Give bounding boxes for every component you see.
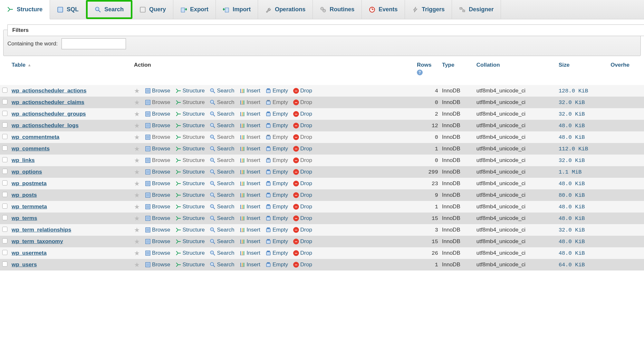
structure-action[interactable]: Structure bbox=[176, 250, 205, 256]
insert-action[interactable]: Insert bbox=[239, 122, 260, 129]
search-action[interactable]: Search bbox=[210, 146, 234, 152]
row-checkbox[interactable] bbox=[2, 157, 7, 162]
row-checkbox[interactable] bbox=[2, 134, 7, 139]
table-name-link[interactable]: wp_usermeta bbox=[12, 250, 47, 256]
browse-action[interactable]: Browse bbox=[145, 204, 170, 210]
browse-action[interactable]: Browse bbox=[145, 88, 170, 94]
browse-action[interactable]: Browse bbox=[145, 180, 170, 187]
table-name-link[interactable]: wp_term_taxonomy bbox=[12, 238, 63, 244]
search-action[interactable]: Search bbox=[210, 192, 234, 198]
drop-action[interactable]: –Drop bbox=[293, 99, 312, 106]
tab-sql[interactable]: SQL bbox=[50, 0, 86, 19]
tab-routines[interactable]: Routines bbox=[313, 0, 362, 19]
browse-action[interactable]: Browse bbox=[145, 250, 170, 256]
row-checkbox[interactable] bbox=[2, 169, 7, 174]
empty-action[interactable]: Empty bbox=[265, 204, 288, 210]
search-action[interactable]: Search bbox=[210, 99, 234, 106]
browse-action[interactable]: Browse bbox=[145, 227, 170, 233]
structure-action[interactable]: Structure bbox=[176, 99, 205, 106]
search-action[interactable]: Search bbox=[210, 169, 234, 175]
insert-action[interactable]: Insert bbox=[239, 88, 260, 94]
favorite-star-icon[interactable]: ★ bbox=[134, 180, 140, 187]
structure-action[interactable]: Structure bbox=[176, 227, 205, 233]
favorite-star-icon[interactable]: ★ bbox=[134, 145, 140, 153]
drop-action[interactable]: –Drop bbox=[293, 261, 312, 268]
search-action[interactable]: Search bbox=[210, 261, 234, 268]
col-collation[interactable]: Collation bbox=[475, 59, 557, 85]
tab-export[interactable]: Export bbox=[173, 0, 216, 19]
empty-action[interactable]: Empty bbox=[265, 227, 288, 233]
favorite-star-icon[interactable]: ★ bbox=[134, 133, 140, 141]
row-checkbox[interactable] bbox=[2, 204, 7, 209]
empty-action[interactable]: Empty bbox=[265, 111, 288, 117]
table-name-link[interactable]: wp_commentmeta bbox=[12, 134, 59, 140]
search-action[interactable]: Search bbox=[210, 215, 234, 222]
structure-action[interactable]: Structure bbox=[176, 122, 205, 129]
insert-action[interactable]: Insert bbox=[239, 134, 260, 140]
col-rows[interactable]: Rows ? bbox=[415, 59, 440, 85]
drop-action[interactable]: –Drop bbox=[293, 250, 312, 256]
help-icon[interactable]: ? bbox=[417, 70, 423, 75]
table-name-link[interactable]: wp_options bbox=[12, 169, 42, 175]
row-checkbox[interactable] bbox=[2, 180, 7, 185]
favorite-star-icon[interactable]: ★ bbox=[134, 122, 140, 129]
browse-action[interactable]: Browse bbox=[145, 146, 170, 152]
table-name-link[interactable]: wp_actionscheduler_groups bbox=[12, 111, 86, 117]
browse-action[interactable]: Browse bbox=[145, 169, 170, 175]
structure-action[interactable]: Structure bbox=[176, 238, 205, 245]
insert-action[interactable]: Insert bbox=[239, 227, 260, 233]
search-action[interactable]: Search bbox=[210, 122, 234, 129]
browse-action[interactable]: Browse bbox=[145, 134, 170, 140]
favorite-star-icon[interactable]: ★ bbox=[134, 191, 140, 199]
insert-action[interactable]: Insert bbox=[239, 238, 260, 245]
empty-action[interactable]: Empty bbox=[265, 122, 288, 129]
structure-action[interactable]: Structure bbox=[176, 192, 205, 198]
browse-action[interactable]: Browse bbox=[145, 122, 170, 129]
browse-action[interactable]: Browse bbox=[145, 215, 170, 222]
search-action[interactable]: Search bbox=[210, 227, 234, 233]
favorite-star-icon[interactable]: ★ bbox=[134, 238, 140, 245]
col-type[interactable]: Type bbox=[440, 59, 475, 85]
empty-action[interactable]: Empty bbox=[265, 157, 288, 164]
row-checkbox[interactable] bbox=[2, 88, 7, 93]
empty-action[interactable]: Empty bbox=[265, 88, 288, 94]
structure-action[interactable]: Structure bbox=[176, 146, 205, 152]
structure-action[interactable]: Structure bbox=[176, 180, 205, 187]
row-checkbox[interactable] bbox=[2, 146, 7, 151]
browse-action[interactable]: Browse bbox=[145, 192, 170, 198]
col-overhead[interactable]: Overhe bbox=[609, 59, 644, 85]
favorite-star-icon[interactable]: ★ bbox=[134, 168, 140, 176]
empty-action[interactable]: Empty bbox=[265, 238, 288, 245]
tab-search[interactable]: Search bbox=[86, 0, 132, 19]
row-checkbox[interactable] bbox=[2, 261, 7, 267]
drop-action[interactable]: –Drop bbox=[293, 204, 312, 210]
insert-action[interactable]: Insert bbox=[239, 180, 260, 187]
insert-action[interactable]: Insert bbox=[239, 204, 260, 210]
favorite-star-icon[interactable]: ★ bbox=[134, 261, 140, 269]
browse-action[interactable]: Browse bbox=[145, 99, 170, 106]
tab-operations[interactable]: Operations bbox=[258, 0, 313, 19]
insert-action[interactable]: Insert bbox=[239, 169, 260, 175]
drop-action[interactable]: –Drop bbox=[293, 238, 312, 245]
row-checkbox[interactable] bbox=[2, 99, 7, 104]
empty-action[interactable]: Empty bbox=[265, 261, 288, 268]
favorite-star-icon[interactable]: ★ bbox=[134, 214, 140, 222]
search-action[interactable]: Search bbox=[210, 134, 234, 140]
drop-action[interactable]: –Drop bbox=[293, 146, 312, 152]
table-name-link[interactable]: wp_users bbox=[12, 261, 37, 268]
favorite-star-icon[interactable]: ★ bbox=[134, 87, 140, 95]
structure-action[interactable]: Structure bbox=[176, 88, 205, 94]
drop-action[interactable]: –Drop bbox=[293, 227, 312, 233]
row-checkbox[interactable] bbox=[2, 111, 7, 116]
favorite-star-icon[interactable]: ★ bbox=[134, 249, 140, 257]
insert-action[interactable]: Insert bbox=[239, 192, 260, 198]
tab-designer[interactable]: Designer bbox=[452, 0, 501, 19]
search-action[interactable]: Search bbox=[210, 250, 234, 256]
drop-action[interactable]: –Drop bbox=[293, 192, 312, 198]
search-action[interactable]: Search bbox=[210, 238, 234, 245]
drop-action[interactable]: –Drop bbox=[293, 88, 312, 94]
structure-action[interactable]: Structure bbox=[176, 169, 205, 175]
table-name-link[interactable]: wp_termmeta bbox=[12, 204, 47, 210]
empty-action[interactable]: Empty bbox=[265, 169, 288, 175]
insert-action[interactable]: Insert bbox=[239, 250, 260, 256]
